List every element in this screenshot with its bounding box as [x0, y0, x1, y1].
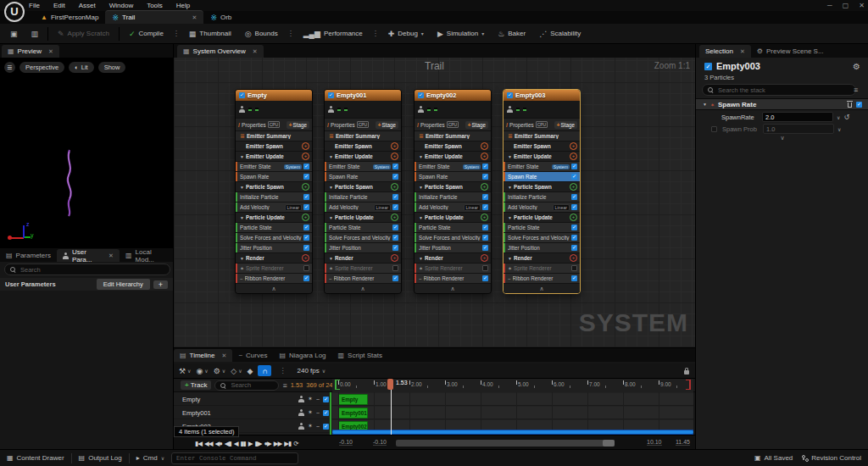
toolbar-save[interactable]: ▣ — [3, 25, 25, 43]
add-module-icon[interactable]: + — [391, 254, 398, 262]
stack-search[interactable] — [702, 84, 856, 96]
step-back-frame-button[interactable]: ◀◀ — [204, 440, 213, 447]
timeline-scrollbar[interactable] — [332, 430, 693, 435]
material-thumbnail[interactable] — [248, 108, 252, 111]
add-module-icon[interactable]: + — [302, 214, 309, 221]
emitter-enabled-checkbox[interactable]: ✓ — [704, 63, 712, 70]
node-row-particle-state[interactable]: Particle State✓ — [236, 223, 312, 232]
track-row-empty001[interactable]: Empty001✶~✓ — [174, 407, 332, 419]
node-row-emitter-state[interactable]: Emitter StateSystem✓ — [415, 162, 491, 171]
node-row-solve-forces-and-velocity[interactable]: Solve Forces and Velocity✓ — [236, 233, 312, 242]
output-log-button[interactable]: ▤ Output Log — [79, 454, 122, 462]
parameters-search-input[interactable] — [19, 265, 164, 275]
module-enabled-checkbox[interactable] — [482, 265, 488, 271]
module-enabled-checkbox[interactable] — [303, 265, 309, 271]
track-enabled-checkbox[interactable]: ✓ — [323, 410, 329, 416]
close-icon[interactable]: ✕ — [222, 352, 227, 359]
range-start-value[interactable]: -0.10 — [339, 439, 353, 446]
module-enabled-checkbox[interactable]: ✓ — [571, 235, 577, 241]
toolbar-simulation[interactable]: ▶Simulation▾ — [431, 25, 491, 43]
tab-preview[interactable]: ▦ Preview ✕ — [2, 45, 59, 58]
add-stage-button[interactable]: +Stage — [554, 121, 577, 129]
properties-row[interactable]: /PropertiesCPU+Stage — [504, 119, 580, 130]
material-thumbnail[interactable] — [516, 108, 520, 111]
tab-system-overview[interactable]: ▦ System Overview ✕ — [177, 45, 264, 58]
tab-timeline[interactable]: ▤Timeline✕ — [174, 349, 232, 362]
view-end-value[interactable]: 10.10 — [647, 439, 662, 446]
emitter-node-empty002[interactable]: ✓Empty002/PropertiesCPU+Stage≣Emitter Su… — [414, 89, 492, 294]
spawnrate-input[interactable] — [762, 112, 833, 122]
collapse-arrow-icon[interactable]: ▼ — [240, 215, 244, 220]
module-enabled-checkbox[interactable]: ✓ — [303, 174, 309, 180]
emitter-track-block-empty001[interactable]: Empty001 — [338, 408, 368, 419]
emitter-node-header[interactable]: ✓Empty003 — [504, 90, 580, 101]
add-module-icon[interactable]: + — [570, 142, 577, 150]
content-drawer-button[interactable]: ▦ Content Drawer — [7, 454, 64, 462]
jump-next-key-button[interactable]: ●▶ — [264, 440, 270, 447]
node-row-spawn-rate[interactable]: Spawn Rate✓ — [325, 172, 401, 181]
collapse-arrow-icon[interactable]: ▼ — [329, 154, 333, 159]
node-row-ribbon-renderer[interactable]: ~Ribbon Renderer✓ — [504, 274, 580, 283]
module-enabled-checkbox[interactable]: ✓ — [392, 235, 398, 241]
close-icon[interactable]: ✕ — [740, 48, 745, 55]
material-thumbnail[interactable] — [255, 108, 259, 111]
jump-to-end-button[interactable]: ▶▮ — [284, 440, 291, 447]
menu-asset[interactable]: Asset — [79, 2, 96, 9]
slider-handle[interactable] — [603, 440, 615, 447]
node-row-emitter-spawn[interactable]: Emitter Spawn+ — [504, 141, 580, 151]
node-row-initialize-particle[interactable]: Initialize Particle✓ — [504, 192, 580, 202]
node-row-particle-spawn[interactable]: ▼Particle Spawn+ — [236, 182, 312, 191]
add-module-icon[interactable]: + — [391, 153, 398, 160]
viewport-show-button[interactable]: Show — [98, 62, 126, 73]
node-row-solve-forces-and-velocity[interactable]: Solve Forces and Velocity✓ — [325, 233, 401, 242]
node-row-spawn-rate[interactable]: Spawn Rate✓ — [415, 172, 491, 181]
revision-control-button[interactable]: Revision Control — [801, 454, 861, 462]
collapse-arrow-icon[interactable]: ▼ — [329, 215, 333, 220]
node-row-emitter-spawn[interactable]: Emitter Spawn+ — [325, 141, 401, 151]
add-module-icon[interactable]: + — [481, 254, 488, 262]
collapse-arrow-icon[interactable]: ▼ — [419, 154, 423, 159]
value-dropdown-icon[interactable]: ∨ — [837, 126, 841, 132]
add-module-icon[interactable]: + — [570, 183, 577, 191]
track-search-input[interactable] — [229, 380, 283, 391]
more-options-dots[interactable]: ⋮ — [170, 30, 182, 37]
step-back-button[interactable]: ◀▮ — [225, 440, 231, 447]
toolbar-apply-scratch[interactable]: ✎Apply Scratch — [51, 25, 116, 43]
module-enabled-checkbox[interactable]: ✓ — [303, 194, 309, 200]
node-collapse-button[interactable]: ∧ — [504, 284, 580, 293]
add-module-icon[interactable]: + — [570, 153, 577, 160]
node-row-emitter-update[interactable]: ▼Emitter Update+ — [325, 152, 401, 161]
pause-button[interactable]: ▮▮ — [240, 440, 245, 447]
tab-curves[interactable]: ~Curves — [232, 349, 273, 362]
add-module-icon[interactable]: + — [391, 142, 398, 150]
node-row-emitter-spawn[interactable]: Emitter Spawn+ — [415, 141, 491, 151]
node-row-render[interactable]: ▼Render+ — [415, 253, 491, 263]
material-thumbnail[interactable] — [434, 108, 437, 111]
collapse-arrow-icon[interactable]: ▼ — [419, 256, 423, 261]
module-enabled-checkbox[interactable]: ✓ — [571, 245, 577, 251]
collapse-arrow-icon[interactable]: ▼ — [240, 154, 244, 159]
snapping-toggle[interactable]: ∩ — [258, 365, 271, 376]
node-row-ribbon-renderer[interactable]: ~Ribbon Renderer✓ — [325, 274, 401, 283]
tab-local-mod[interactable]: ▥Local Mod... — [120, 249, 173, 262]
track-enabled-checkbox[interactable]: ✓ — [323, 424, 329, 430]
module-enabled-checkbox[interactable]: ✓ — [482, 225, 488, 230]
node-row-emitter-summary[interactable]: ≣Emitter Summary — [325, 131, 401, 141]
fps-dropdown[interactable]: 240 fps ∨ — [297, 367, 326, 374]
track-enabled-checkbox[interactable]: ✓ — [323, 397, 329, 402]
close-icon[interactable]: ✕ — [253, 48, 258, 55]
node-row-solve-forces-and-velocity[interactable]: Solve Forces and Velocity✓ — [504, 233, 580, 242]
stack-filter-icon[interactable]: ≡ — [854, 86, 858, 94]
module-enabled-checkbox[interactable]: ✓ — [392, 225, 398, 230]
emitter-enabled-checkbox[interactable]: ✓ — [328, 92, 334, 98]
add-module-icon[interactable]: + — [570, 214, 577, 221]
playback-range-start[interactable] — [335, 380, 340, 390]
toolbar-baker[interactable]: ♨Baker — [491, 25, 532, 43]
module-enabled-checkbox[interactable] — [392, 265, 398, 271]
playback-range-end[interactable] — [686, 380, 691, 390]
close-icon[interactable]: ✕ — [48, 48, 53, 55]
add-module-icon[interactable]: + — [302, 142, 309, 150]
node-row-add-velocity[interactable]: Add VelocityLinear✓ — [415, 202, 491, 212]
auto-key-button[interactable]: ◆ — [248, 367, 253, 375]
collapse-arrow-icon[interactable]: ▼ — [508, 185, 512, 190]
